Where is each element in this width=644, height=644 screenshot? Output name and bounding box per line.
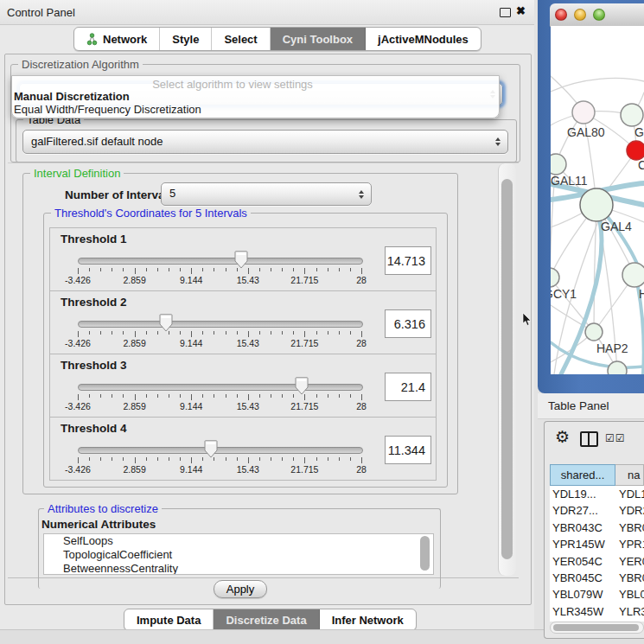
column-header-shared-name[interactable]: shared... — [550, 464, 615, 486]
tick-mark — [191, 331, 192, 337]
attributes-list-scrollbar-thumb[interactable] — [420, 536, 430, 571]
threshold-value-field[interactable]: 14.713 — [385, 246, 431, 275]
tab-infer-network[interactable]: Infer Network — [320, 609, 416, 630]
tick-mark — [135, 331, 136, 337]
zoom-traffic-light-icon[interactable] — [593, 9, 605, 21]
tick-mark — [328, 331, 328, 335]
tick-mark — [180, 394, 181, 398]
vertical-scrollbar[interactable] — [498, 163, 516, 576]
threshold-slider-track[interactable] — [78, 321, 363, 328]
tab-network[interactable]: Network — [74, 28, 160, 50]
tick-mark — [259, 394, 260, 398]
table-body[interactable]: YDL19...YDL1YDR27...YDR2YBR043CYBR0YPR14… — [550, 486, 644, 622]
cell-shared-name: YDL19... — [550, 486, 615, 502]
tick-mark — [157, 457, 158, 461]
table-row[interactable]: YLR345WYLR3 — [550, 603, 644, 620]
threshold-slider-thumb[interactable] — [294, 377, 309, 395]
network-node-label: GAL4 — [601, 220, 632, 233]
tick-mark — [282, 457, 283, 461]
threshold-panel: Threshold 1-3.4262.8599.14415.4321.71528… — [49, 227, 437, 291]
minimize-traffic-light-icon[interactable] — [574, 9, 586, 21]
threshold-slider-thumb[interactable] — [233, 251, 249, 269]
threshold-slider-track[interactable] — [78, 258, 363, 265]
table-row[interactable]: YBR043CYBR0 — [550, 520, 644, 536]
table-row[interactable]: YPR145WYPR1 — [550, 536, 644, 552]
tick-label: 28 — [356, 275, 367, 285]
threshold-value-field[interactable]: 21.4 — [385, 373, 431, 401]
threshold-value-field[interactable]: 11.344 — [385, 436, 431, 464]
tick-mark — [202, 331, 203, 335]
tick-mark — [316, 268, 317, 271]
tick-mark — [271, 394, 271, 398]
popup-option-manual-discretization[interactable]: Manual Discretization — [14, 90, 494, 103]
horizontal-scrollbar-thumb[interactable] — [553, 624, 639, 631]
threshold-slider-thumb[interactable] — [158, 314, 174, 332]
attribute-list-item[interactable]: TopologicalCoefficient — [44, 548, 433, 562]
attribute-list-item[interactable]: SelfLoops — [44, 534, 433, 548]
float-window-icon[interactable] — [500, 8, 511, 17]
tab-discretize-data[interactable]: Discretize Data — [214, 609, 319, 630]
threshold-value-field[interactable]: 6.316 — [385, 309, 431, 338]
table-row[interactable]: YBR045CYBR0 — [550, 570, 644, 586]
tick-label: 9.144 — [180, 464, 202, 475]
app-root: Control Panel ✖ Network Style — [0, 0, 644, 644]
tab-impute-data[interactable]: Impute Data — [124, 609, 214, 630]
table-row[interactable]: YER054CYER0 — [550, 553, 644, 570]
tick-label: 15.43 — [237, 464, 259, 475]
tab-infer-network-label: Infer Network — [332, 614, 404, 627]
control-panel-titlebar: Control Panel ✖ — [0, 0, 534, 25]
gear-icon[interactable]: ⚙ — [555, 428, 570, 447]
tab-style[interactable]: Style — [160, 28, 212, 50]
tick-mark — [191, 457, 192, 463]
vertical-scrollbar-thumb[interactable] — [501, 179, 513, 559]
threshold-slider-thumb[interactable] — [203, 440, 219, 458]
close-traffic-light-icon[interactable] — [555, 9, 567, 21]
tick-label: -3.426 — [65, 464, 91, 475]
mouse-cursor-icon — [522, 313, 532, 327]
network-node[interactable] — [551, 154, 566, 175]
tab-jactivemnodules[interactable]: jActiveMNodules — [366, 28, 481, 50]
columns-icon[interactable] — [580, 431, 598, 447]
cell-shared-name: YPR145W — [550, 536, 615, 552]
network-node[interactable] — [580, 188, 613, 221]
apply-button[interactable]: Apply — [214, 580, 267, 598]
network-node[interactable] — [551, 268, 559, 287]
cell-name: YBL0 — [615, 586, 644, 603]
tick-mark — [191, 268, 192, 274]
column-header-name[interactable]: na — [615, 464, 644, 486]
numerical-attributes-list[interactable]: SelfLoopsTopologicalCoefficientBetweenne… — [43, 533, 434, 575]
table-data-combobox[interactable]: galFiltered.sif default node — [22, 130, 508, 154]
tab-select[interactable]: Select — [212, 28, 270, 50]
tick-mark — [339, 457, 340, 461]
table-row[interactable]: YBL079WYBL0 — [550, 586, 644, 603]
tick-mark — [316, 331, 317, 335]
number-of-intervals-combobox[interactable]: 5 — [161, 182, 372, 206]
tab-cyni-toolbox[interactable]: Cyni Toolbox — [271, 28, 366, 50]
tick-mark — [100, 394, 101, 398]
network-canvas[interactable]: GAL80GCGAL11GAL4GCY1HHAP2 — [551, 26, 644, 374]
threshold-slider-track[interactable] — [78, 447, 363, 454]
cell-name: YBR0 — [615, 570, 644, 586]
threshold-slider-track[interactable] — [78, 384, 363, 391]
tick-mark — [282, 268, 283, 271]
network-node[interactable] — [627, 141, 644, 160]
attribute-list-item[interactable]: BetweennessCentrality — [44, 562, 433, 575]
network-node[interactable] — [585, 323, 603, 341]
table-row[interactable]: YDL19...YDL1 — [550, 486, 644, 502]
network-icon — [86, 33, 98, 46]
popup-option-equal-width-frequency[interactable]: Equal Width/Frequency Discretization — [14, 103, 494, 116]
select-columns-checkboxes-icon[interactable]: ☑☑ — [605, 432, 626, 444]
table-row[interactable]: YDR27...YDR2 — [550, 502, 644, 519]
tick-mark — [328, 457, 328, 461]
horizontal-scrollbar[interactable] — [550, 622, 644, 634]
network-node[interactable] — [608, 361, 627, 374]
tick-mark — [180, 268, 181, 271]
network-node[interactable] — [621, 104, 643, 126]
algorithm-popup-hint: Select algorithm to view settings — [90, 78, 375, 91]
cell-name: YER0 — [615, 553, 644, 570]
network-node[interactable] — [622, 263, 644, 287]
network-node[interactable] — [572, 101, 595, 124]
cell-shared-name: YLR345W — [550, 603, 615, 620]
close-icon[interactable]: ✖ — [516, 4, 526, 17]
tick-mark — [361, 394, 362, 400]
